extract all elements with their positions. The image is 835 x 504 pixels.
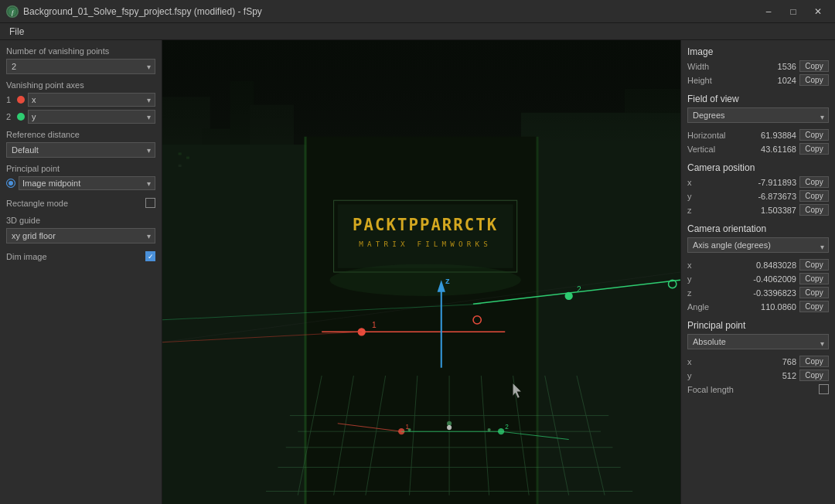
svg-rect-11: [179, 152, 182, 155]
scene-svg: PACKTPPARRCTK MATRIX FILMWORKS 1: [162, 40, 680, 504]
height-copy-button[interactable]: Copy: [799, 74, 829, 86]
maximize-button[interactable]: □: [782, 4, 804, 19]
guide-3d-select[interactable]: xy grid floor: [6, 228, 155, 243]
main-layout: Number of vanishing points 2 1 3 Vanishi…: [0, 40, 835, 504]
ori-z-copy-button[interactable]: Copy: [799, 287, 829, 298]
ori-z-label: z: [687, 288, 730, 298]
ori-z-row: z -0.3396823 Copy: [687, 287, 829, 298]
principal-point-select-wrap: Image midpoint: [19, 176, 155, 190]
svg-point-29: [565, 292, 573, 300]
minimize-button[interactable]: –: [758, 4, 779, 19]
svg-text:1: 1: [405, 424, 409, 431]
angle-copy-button[interactable]: Copy: [799, 301, 829, 312]
menubar: File: [0, 23, 835, 40]
vanishing-axes-label: Vanishing point axes: [6, 80, 155, 90]
height-row: Height 1024 Copy: [687, 74, 829, 86]
svg-text:PACKTPPARRCTK: PACKTPPARRCTK: [353, 216, 498, 234]
axis2-num: 2: [6, 112, 14, 121]
scene-background: PACKTPPARRCTK MATRIX FILMWORKS 1: [162, 40, 680, 504]
width-copy-button[interactable]: Copy: [799, 60, 829, 72]
pp-y-value: 512: [730, 371, 796, 380]
svg-text:1: 1: [372, 321, 377, 329]
window-controls: – □ ✕: [758, 4, 829, 19]
axis1-select[interactable]: xyz: [28, 93, 155, 107]
dim-image-checkbox[interactable]: ✓: [145, 251, 155, 261]
fov-section-title: Field of view: [687, 94, 829, 104]
vanishing-points-select[interactable]: 2 1 3: [6, 59, 155, 74]
reference-distance-wrapper: Default: [6, 142, 155, 158]
pp-y-row: y 512 Copy: [687, 369, 829, 381]
horizontal-value: 61.93884: [730, 131, 796, 140]
rectangle-mode-row: Rectangle mode: [6, 198, 155, 208]
svg-rect-10: [521, 113, 680, 504]
vertical-value: 43.61168: [730, 145, 796, 154]
ori-z-value: -0.3396823: [730, 288, 796, 298]
cam-z-row: z 1.503387 Copy: [687, 204, 829, 216]
rectangle-mode-label: Rectangle mode: [6, 199, 141, 208]
close-button[interactable]: ✕: [807, 4, 829, 19]
height-value: 1024: [730, 76, 796, 85]
reference-distance-select[interactable]: Default: [6, 142, 155, 158]
cam-x-label: x: [687, 178, 730, 187]
principal-point-right-title: Principal point: [687, 320, 829, 331]
svg-text:MATRIX FILMWORKS: MATRIX FILMWORKS: [359, 240, 492, 248]
pp-x-value: 768: [730, 357, 796, 366]
horizontal-row: Horizontal 61.93884 Copy: [687, 129, 829, 141]
pp-x-copy-button[interactable]: Copy: [799, 356, 829, 367]
ori-y-value: -0.4062009: [730, 274, 796, 284]
svg-rect-16: [536, 137, 538, 504]
rectangle-mode-checkbox[interactable]: [145, 198, 155, 208]
horizontal-label: Horizontal: [687, 131, 730, 140]
horizontal-copy-button[interactable]: Copy: [799, 129, 829, 141]
angle-label: Angle: [687, 302, 730, 312]
axis-row-1: 1 xyz: [6, 93, 155, 107]
principal-point-radio[interactable]: [6, 179, 15, 188]
pp-x-row: x 768 Copy: [687, 356, 829, 367]
left-panel: Number of vanishing points 2 1 3 Vanishi…: [0, 40, 162, 504]
angle-row: Angle 110.0860 Copy: [687, 301, 829, 312]
vertical-row: Vertical 43.61168 Copy: [687, 143, 829, 155]
vanishing-points-wrapper: 2 1 3: [6, 59, 155, 74]
width-value: 1536: [730, 62, 796, 71]
orientation-mode-wrap: Axis angle (degrees): [687, 237, 829, 256]
ori-y-copy-button[interactable]: Copy: [799, 273, 829, 284]
axis2-dot: [17, 113, 25, 121]
dim-image-row: Dim image ✓: [6, 251, 155, 261]
fov-unit-select[interactable]: Degrees: [687, 107, 829, 123]
vertical-label: Vertical: [687, 145, 730, 154]
viewport[interactable]: PACKTPPARRCTK MATRIX FILMWORKS 1: [162, 40, 680, 504]
vanishing-points-label: Number of vanishing points: [6, 46, 155, 56]
principal-point-radio-row: Image midpoint: [6, 176, 155, 190]
cam-x-value: -7.911893: [730, 178, 796, 187]
axis2-select[interactable]: yxz: [28, 110, 155, 124]
cam-x-copy-button[interactable]: Copy: [799, 176, 829, 188]
focal-length-checkbox[interactable]: [819, 384, 829, 394]
menu-file[interactable]: File: [3, 25, 30, 39]
svg-point-21: [329, 264, 520, 296]
svg-point-52: [488, 428, 491, 431]
angle-value: 110.0860: [730, 302, 796, 312]
window-title: Background_01_Solve_fspy_project.fspy (m…: [23, 6, 262, 17]
orientation-mode-select[interactable]: Axis angle (degrees): [687, 237, 829, 253]
svg-text:z: z: [445, 276, 450, 285]
svg-text:2: 2: [505, 424, 509, 431]
focal-length-row: Focal length: [687, 384, 829, 394]
principal-point-select[interactable]: Image midpoint: [19, 176, 155, 190]
axis1-dot: [17, 96, 25, 104]
cam-y-copy-button[interactable]: Copy: [799, 190, 829, 202]
principal-mode-select[interactable]: Absolute: [687, 334, 829, 349]
right-panel: Image Width 1536 Copy Height 1024 Copy F…: [680, 40, 835, 504]
axis2-select-wrap: yxz: [28, 110, 155, 124]
cam-z-copy-button[interactable]: Copy: [799, 204, 829, 216]
camera-position-title: Camera position: [687, 162, 829, 173]
svg-rect-17: [338, 204, 513, 267]
svg-rect-14: [306, 137, 537, 504]
pp-y-copy-button[interactable]: Copy: [799, 369, 829, 381]
ori-x-copy-button[interactable]: Copy: [799, 259, 829, 271]
ori-y-label: y: [687, 274, 730, 284]
cam-y-label: y: [687, 192, 730, 201]
vertical-copy-button[interactable]: Copy: [799, 143, 829, 155]
ori-x-row: x 0.8483028 Copy: [687, 259, 829, 271]
image-section-title: Image: [687, 46, 829, 57]
svg-rect-9: [162, 145, 322, 504]
